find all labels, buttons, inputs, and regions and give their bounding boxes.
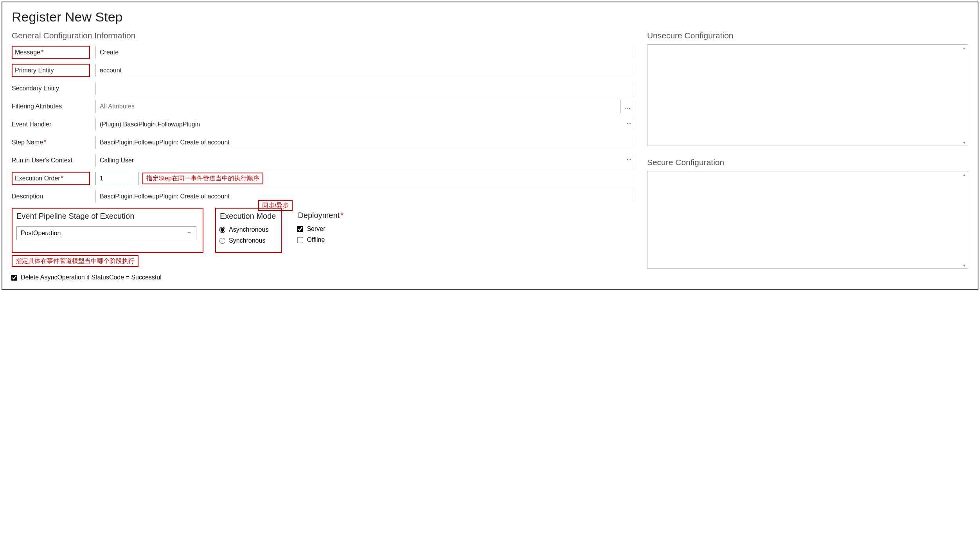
checkbox-offline-input[interactable] — [297, 237, 304, 243]
pipeline-heading: Event Pipeline Stage of Execution — [16, 212, 199, 221]
row-step-name: Step Name* — [12, 136, 635, 149]
event-handler-value: (Plugin) BasciPlugin.FollowupPlugin — [100, 121, 200, 128]
row-event-handler: Event Handler (Plugin) BasciPlugin.Follo… — [12, 118, 635, 131]
chevron-down-icon: ﹀ — [626, 157, 632, 164]
required-indicator: * — [61, 175, 63, 182]
dialog-title: Register New Step — [12, 9, 968, 25]
annotation-pipeline: 指定具体在事件管道模型当中哪个阶段执行 — [12, 255, 138, 267]
annotation-execution-order: 指定Step在同一事件管道当中的执行顺序 — [142, 173, 263, 184]
chevron-down-icon: ﹀ — [626, 121, 632, 128]
row-filtering-attributes: Filtering Attributes ... — [12, 100, 635, 113]
label-event-handler: Event Handler — [12, 121, 90, 128]
radio-synchronous[interactable]: Synchronous — [220, 237, 276, 244]
radio-synchronous-input[interactable] — [219, 238, 226, 244]
row-secondary-entity: Secondary Entity — [12, 82, 635, 95]
label-run-context: Run in User's Context — [12, 157, 90, 164]
run-context-value: Calling User — [100, 157, 134, 164]
checkbox-delete-async[interactable]: Delete AsyncOperation if StatusCode = Su… — [12, 274, 635, 281]
label-primary-entity: Primary Entity — [12, 64, 90, 77]
primary-entity-input[interactable] — [95, 64, 635, 77]
left-column: General Configuration Information Messag… — [12, 31, 635, 281]
pipeline-stage-value: PostOperation — [21, 230, 61, 237]
description-input[interactable] — [95, 190, 635, 203]
step-name-input[interactable] — [95, 136, 635, 149]
row-description: Description 同步/异步 — [12, 190, 635, 203]
unsecure-config-textarea[interactable] — [647, 44, 968, 146]
execution-mode-heading: Execution Mode — [220, 212, 276, 221]
label-description: Description — [12, 193, 90, 200]
bottom-sections: Event Pipeline Stage of Execution PostOp… — [12, 208, 635, 253]
execution-order-input[interactable] — [95, 172, 138, 185]
register-step-dialog: Register New Step General Configuration … — [2, 2, 978, 290]
section-execution-mode: Execution Mode Asynchronous Synchronous — [215, 208, 282, 253]
radio-asynchronous-input[interactable] — [219, 227, 226, 233]
run-context-combo[interactable]: Calling User ﹀ — [95, 154, 635, 167]
label-filtering: Filtering Attributes — [12, 103, 90, 110]
section-pipeline: Event Pipeline Stage of Execution PostOp… — [12, 208, 203, 253]
secure-config-heading: Secure Configuration — [647, 158, 968, 167]
label-execution-order: Execution Order* — [12, 172, 90, 185]
right-column: Unsecure Configuration ▴ ▾ Secure Config… — [647, 31, 968, 281]
main-layout: General Configuration Information Messag… — [12, 31, 968, 281]
row-execution-order: Execution Order* 指定Step在同一事件管道当中的执行顺序 — [12, 172, 635, 185]
filtering-attributes-input[interactable] — [95, 100, 618, 113]
radio-asynchronous[interactable]: Asynchronous — [220, 226, 276, 233]
filtering-ellipsis-button[interactable]: ... — [620, 100, 635, 113]
section-deployment: Deployment* Server Offline — [294, 208, 347, 253]
required-indicator: * — [41, 49, 43, 56]
label-step-name: Step Name* — [12, 139, 90, 146]
row-primary-entity: Primary Entity 该默认行为所针对的具体实体 — [12, 64, 635, 77]
secure-config-textarea[interactable] — [647, 171, 968, 269]
checkbox-server[interactable]: Server — [298, 225, 343, 232]
scroll-up-icon: ▴ — [961, 45, 967, 50]
scroll-down-icon: ▾ — [961, 140, 967, 145]
secondary-entity-input[interactable] — [95, 82, 635, 95]
label-message: Message* — [12, 46, 90, 59]
checkbox-server-input[interactable] — [297, 226, 304, 232]
chevron-down-icon: ﹀ — [187, 230, 192, 237]
required-indicator: * — [340, 211, 343, 220]
checkbox-offline[interactable]: Offline — [298, 236, 343, 243]
general-heading: General Configuration Information — [12, 31, 635, 40]
secure-config-wrap: ▴ ▾ — [647, 171, 968, 269]
row-message: Message* CRM默认行为的触发条件：Create、Update、Dele… — [12, 46, 635, 59]
message-input[interactable] — [95, 46, 635, 59]
deployment-heading: Deployment* — [298, 211, 343, 220]
checkbox-delete-async-input[interactable] — [11, 274, 18, 281]
scroll-up-icon: ▴ — [961, 172, 967, 177]
unsecure-config-heading: Unsecure Configuration — [647, 31, 968, 40]
label-secondary-entity: Secondary Entity — [12, 85, 90, 92]
unsecure-config-wrap: ▴ ▾ — [647, 44, 968, 146]
event-handler-combo[interactable]: (Plugin) BasciPlugin.FollowupPlugin ﹀ — [95, 118, 635, 131]
required-indicator: * — [44, 139, 46, 146]
pipeline-stage-combo[interactable]: PostOperation ﹀ — [16, 226, 196, 240]
scroll-down-icon: ▾ — [961, 263, 967, 268]
row-run-context: Run in User's Context Calling User ﹀ — [12, 154, 635, 167]
